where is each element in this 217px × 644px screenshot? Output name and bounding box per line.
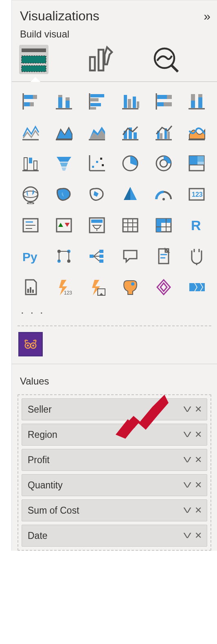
remove-field-icon[interactable]: ✕ xyxy=(195,455,202,465)
viz-smart-narrative[interactable] xyxy=(151,245,176,268)
viz-treemap[interactable] xyxy=(184,152,209,175)
viz-power-automate-1[interactable]: 123 xyxy=(52,276,76,299)
viz-clustered-column-chart[interactable] xyxy=(118,90,142,113)
viz-goals[interactable] xyxy=(184,245,209,268)
field-label: Seller xyxy=(28,404,52,415)
viz-stacked-column-chart[interactable] xyxy=(52,90,76,113)
viz-qa[interactable] xyxy=(118,245,142,268)
viz-matrix[interactable] xyxy=(151,214,176,237)
viz-scatter-chart[interactable] xyxy=(85,152,109,175)
svg-line-117 xyxy=(94,251,99,256)
tab-build-visual[interactable] xyxy=(19,45,48,74)
svg-rect-115 xyxy=(99,255,103,258)
svg-text:123: 123 xyxy=(192,191,203,198)
viz-line-clustered-column-chart[interactable] xyxy=(151,121,176,144)
values-field-well[interactable]: Seller V✕ Region V✕ Profit V✕ Quantity V… xyxy=(18,394,211,551)
viz-gauge[interactable] xyxy=(151,183,176,206)
viz-multi-row-card[interactable] xyxy=(18,214,43,237)
svg-rect-116 xyxy=(99,259,103,263)
svg-point-74 xyxy=(23,187,38,202)
viz-clustered-bar-chart[interactable] xyxy=(85,90,109,113)
more-visuals-button[interactable]: . . . xyxy=(12,303,217,324)
viz-area-chart[interactable] xyxy=(52,121,76,144)
tab-analytics[interactable] xyxy=(151,45,180,74)
field-label: Region xyxy=(28,429,57,440)
chevron-down-icon[interactable]: V xyxy=(183,481,191,490)
chevron-down-icon[interactable]: V xyxy=(183,405,191,414)
viz-python-visual[interactable]: Py xyxy=(18,245,43,268)
svg-point-139 xyxy=(27,345,29,347)
svg-rect-25 xyxy=(133,97,136,108)
svg-rect-36 xyxy=(198,97,202,108)
viz-100-stacked-bar-chart[interactable] xyxy=(151,90,176,113)
chevron-down-icon[interactable]: V xyxy=(183,532,191,540)
viz-paginated-report[interactable] xyxy=(18,276,43,299)
chevron-down-icon[interactable]: V xyxy=(183,456,191,464)
viz-stacked-area-chart[interactable] xyxy=(85,121,109,144)
viz-donut-chart[interactable] xyxy=(151,152,176,175)
viz-waterfall-chart[interactable] xyxy=(18,152,43,175)
field-pill-date[interactable]: Date V✕ xyxy=(22,525,207,547)
viz-map[interactable] xyxy=(18,183,43,206)
field-pill-seller[interactable]: Seller V✕ xyxy=(22,398,207,420)
section-divider xyxy=(18,325,211,326)
svg-rect-70 xyxy=(189,156,197,165)
svg-rect-72 xyxy=(197,162,204,165)
viz-table[interactable] xyxy=(118,214,142,237)
viz-slicer[interactable] xyxy=(85,214,109,237)
svg-marker-130 xyxy=(99,293,103,295)
collapse-panel-button[interactable]: » xyxy=(204,9,209,23)
remove-field-icon[interactable]: ✕ xyxy=(195,404,202,415)
viz-ribbon-chart[interactable] xyxy=(184,121,209,144)
field-pill-profit[interactable]: Profit V✕ xyxy=(22,449,207,471)
viz-100-stacked-column-chart[interactable] xyxy=(184,90,209,113)
remove-field-icon[interactable]: ✕ xyxy=(195,480,202,490)
viz-stacked-bar-chart[interactable] xyxy=(18,90,43,113)
field-pill-quantity[interactable]: Quantity V✕ xyxy=(22,474,207,496)
viz-filled-map[interactable] xyxy=(52,183,76,206)
panel-title: Visualizations xyxy=(20,9,99,24)
chevron-down-icon[interactable]: V xyxy=(183,506,191,515)
viz-power-automate-2[interactable] xyxy=(85,276,109,299)
svg-rect-87 xyxy=(57,219,71,232)
viz-line-chart[interactable] xyxy=(18,121,43,144)
svg-rect-28 xyxy=(157,95,167,99)
chevron-down-icon[interactable]: V xyxy=(183,431,191,439)
remove-field-icon[interactable]: ✕ xyxy=(195,429,202,440)
svg-marker-79 xyxy=(124,187,130,200)
svg-rect-15 xyxy=(66,101,70,108)
svg-rect-46 xyxy=(134,132,137,139)
tab-format-visual[interactable] xyxy=(85,45,114,74)
format-visual-icon xyxy=(85,45,114,74)
field-label: Sum of Cost xyxy=(28,505,79,516)
build-visual-icon xyxy=(19,45,48,74)
viz-ai-visual[interactable] xyxy=(118,276,142,299)
svg-rect-114 xyxy=(99,250,103,253)
viz-metrics[interactable] xyxy=(184,276,209,299)
viz-r-script-visual[interactable]: R xyxy=(184,214,209,237)
svg-rect-29 xyxy=(167,95,172,99)
remove-field-icon[interactable]: ✕ xyxy=(195,505,202,516)
viz-pie-chart[interactable] xyxy=(118,152,142,175)
viz-funnel-chart[interactable] xyxy=(52,152,76,175)
svg-marker-92 xyxy=(93,225,101,229)
viz-key-influencers[interactable] xyxy=(52,245,76,268)
visual-type-gallery: 123 R Py 123 xyxy=(12,82,217,303)
svg-rect-34 xyxy=(191,101,195,108)
viz-arcgis[interactable] xyxy=(151,276,176,299)
viz-line-stacked-column-chart[interactable] xyxy=(118,121,142,144)
field-pill-sum-of-cost[interactable]: Sum of Cost V✕ xyxy=(22,499,207,521)
svg-rect-56 xyxy=(34,161,37,170)
custom-visual-charticulator[interactable] xyxy=(18,332,43,356)
svg-marker-58 xyxy=(60,163,68,167)
svg-rect-19 xyxy=(90,98,99,101)
remove-field-icon[interactable]: ✕ xyxy=(195,530,202,541)
field-pill-region[interactable]: Region V✕ xyxy=(22,424,207,446)
viz-shape-map[interactable] xyxy=(85,183,109,206)
viz-azure-map[interactable] xyxy=(118,183,142,206)
svg-rect-13 xyxy=(58,97,62,108)
viz-kpi[interactable] xyxy=(52,214,76,237)
viz-card[interactable]: 123 xyxy=(184,183,209,206)
svg-rect-3 xyxy=(90,57,95,70)
viz-decomposition-tree[interactable] xyxy=(85,245,109,268)
